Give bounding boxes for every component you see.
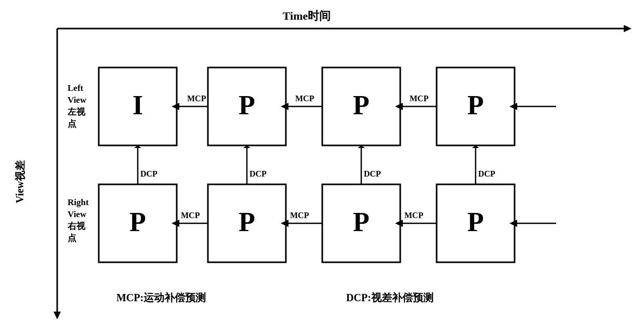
right-view-label-3: 右视 — [67, 221, 86, 231]
dcp-label-2: DCP — [249, 169, 267, 178]
left-p2-label: P — [239, 90, 255, 120]
right-p3-label: P — [353, 207, 370, 237]
right-view-label-2: View — [68, 209, 87, 219]
i-frame-label: I — [133, 90, 143, 120]
right-view-label-1: Right — [68, 197, 89, 207]
view-arrow-head — [54, 312, 61, 319]
mcp-label-3: MCP — [410, 94, 429, 103]
time-label: Time时间 — [283, 9, 331, 22]
time-arrow-head — [624, 25, 632, 32]
mcp-label-1: MCP — [187, 94, 206, 103]
dcp-label-3: DCP — [364, 169, 381, 178]
left-p4-label: P — [467, 90, 484, 120]
mcp-label-6: MCP — [404, 211, 424, 220]
right-view-label-4: 点 — [68, 233, 76, 243]
left-p3-label: P — [353, 90, 370, 120]
mcp-legend: MCP:运动补偿预测 — [116, 292, 206, 303]
diagram-container: Time时间 View视差 Left View 左视 点 I P P P MCP… — [0, 0, 644, 336]
right-p1-label: P — [129, 207, 146, 237]
dcp-legend: DCP:视差补偿预测 — [346, 292, 433, 303]
left-view-label-1: Left — [68, 83, 84, 93]
mcp-label-5: MCP — [290, 211, 309, 220]
dcp-label-1: DCP — [140, 169, 157, 178]
left-view-label-3: 左视 — [67, 107, 86, 117]
mcp-label-2: MCP — [295, 94, 314, 103]
mcp-label-4: MCP — [181, 211, 200, 220]
dcp-label-4: DCP — [478, 169, 495, 178]
left-view-label-4: 点 — [68, 119, 76, 129]
left-view-label-2: View — [68, 95, 87, 105]
view-label: View视差 — [14, 160, 25, 204]
right-p2-label: P — [239, 207, 255, 237]
right-p4-label: P — [467, 207, 484, 237]
